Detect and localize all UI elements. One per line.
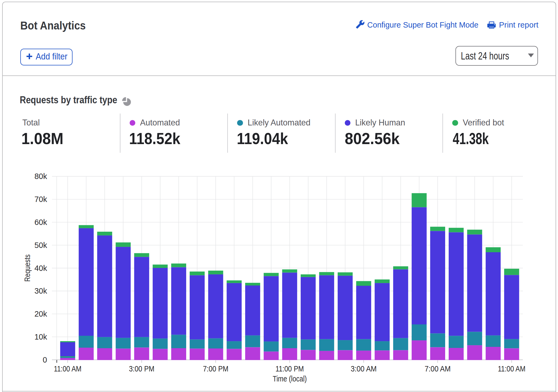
svg-text:7:00 PM: 7:00 PM <box>203 364 228 373</box>
svg-text:11:00 AM: 11:00 AM <box>498 364 526 373</box>
svg-text:11:00 PM: 11:00 PM <box>275 364 304 373</box>
svg-text:70k: 70k <box>34 195 47 204</box>
svg-text:0: 0 <box>43 356 47 364</box>
svg-text:50k: 50k <box>34 241 47 250</box>
svg-text:60k: 60k <box>34 218 47 227</box>
svg-text:20k: 20k <box>34 310 47 318</box>
svg-text:3:00 PM: 3:00 PM <box>129 364 155 373</box>
svg-text:Requests: Requests <box>23 254 32 282</box>
svg-text:40k: 40k <box>34 264 47 273</box>
svg-text:7:00 AM: 7:00 AM <box>425 364 451 373</box>
svg-text:80k: 80k <box>34 172 47 181</box>
svg-text:3:00 AM: 3:00 AM <box>351 364 377 373</box>
svg-text:30k: 30k <box>34 287 47 295</box>
svg-text:11:00 AM: 11:00 AM <box>54 364 81 373</box>
svg-text:Time (local): Time (local) <box>273 374 307 383</box>
svg-text:10k: 10k <box>34 333 47 341</box>
